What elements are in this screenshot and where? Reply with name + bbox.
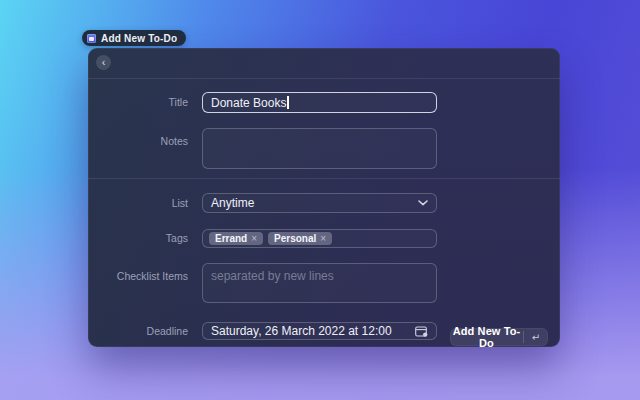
tag-remove-icon[interactable]: × xyxy=(320,233,326,244)
deadline-value: Saturday, 26 March 2022 at 12:00 xyxy=(211,324,392,338)
add-todo-window: ‹ Title Donate Books Notes List Anytime … xyxy=(88,48,560,347)
header-divider xyxy=(88,78,560,79)
title-label: Title xyxy=(88,92,188,113)
checklist-textarea[interactable] xyxy=(202,263,437,303)
command-hint-label: Add New To-Do xyxy=(101,33,177,44)
section-divider xyxy=(88,178,560,179)
deadline-label: Deadline xyxy=(88,322,188,340)
tag-pill-personal[interactable]: Personal × xyxy=(268,232,332,245)
todo-app-icon xyxy=(87,34,96,43)
chevron-down-icon xyxy=(418,200,428,206)
list-dropdown[interactable]: Anytime xyxy=(202,193,437,213)
window-header: ‹ xyxy=(88,48,560,78)
list-selected-value: Anytime xyxy=(211,196,254,210)
tag-name: Errand xyxy=(215,233,247,244)
list-row: List Anytime xyxy=(88,193,560,213)
notes-row: Notes xyxy=(88,128,560,169)
tags-input[interactable]: Errand × Personal × xyxy=(202,229,437,248)
list-label: List xyxy=(88,193,188,213)
title-input[interactable]: Donate Books xyxy=(202,92,437,113)
tag-name: Personal xyxy=(274,233,316,244)
back-button[interactable]: ‹ xyxy=(96,55,111,70)
checklist-row: Checklist Items xyxy=(88,263,560,303)
command-hint-badge[interactable]: Add New To-Do xyxy=(82,30,186,46)
enter-key-icon: ↵ xyxy=(524,332,548,343)
title-row: Title Donate Books xyxy=(88,92,560,113)
calendar-icon[interactable] xyxy=(415,326,428,337)
chevron-left-icon: ‹ xyxy=(102,57,106,68)
deadline-picker[interactable]: Saturday, 26 March 2022 at 12:00 xyxy=(202,322,437,340)
add-new-todo-button[interactable]: Add New To-Do ↵ xyxy=(450,328,548,346)
checklist-label: Checklist Items xyxy=(88,263,188,282)
tags-label: Tags xyxy=(88,229,188,248)
title-value: Donate Books xyxy=(211,96,286,110)
notes-label: Notes xyxy=(88,128,188,147)
submit-button-label: Add New To-Do xyxy=(450,325,523,349)
tag-pill-errand[interactable]: Errand × xyxy=(209,232,263,245)
tag-remove-icon[interactable]: × xyxy=(251,233,257,244)
notes-textarea[interactable] xyxy=(202,128,437,169)
text-caret xyxy=(287,96,289,109)
tags-row: Tags Errand × Personal × xyxy=(88,229,560,248)
